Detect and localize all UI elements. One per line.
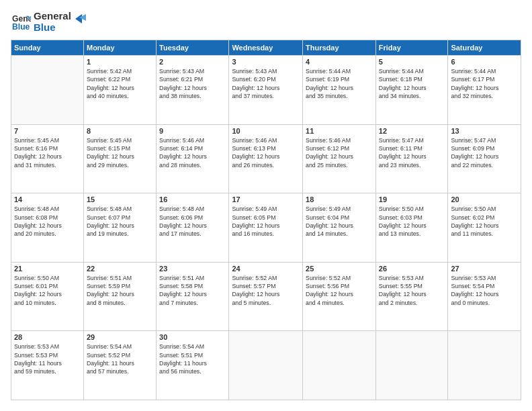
day-number: 11: [306, 127, 373, 135]
calendar-day-cell: 12Sunrise: 5:47 AM Sunset: 6:11 PM Dayli…: [375, 124, 448, 193]
day-number: 23: [159, 265, 226, 273]
weekday-header-sunday: Sunday: [11, 40, 84, 56]
calendar-day-cell: 1Sunrise: 5:42 AM Sunset: 6:22 PM Daylig…: [83, 56, 156, 125]
day-info: Sunrise: 5:44 AM Sunset: 6:17 PM Dayligh…: [451, 67, 518, 100]
svg-text:Blue: Blue: [12, 22, 30, 32]
day-info: Sunrise: 5:48 AM Sunset: 6:07 PM Dayligh…: [87, 205, 153, 238]
day-number: 17: [232, 195, 300, 203]
weekday-header-saturday: Saturday: [448, 40, 521, 56]
calendar-day-cell: 27Sunrise: 5:53 AM Sunset: 5:54 PM Dayli…: [448, 262, 521, 331]
calendar-day-cell: 29Sunrise: 5:54 AM Sunset: 5:52 PM Dayli…: [83, 331, 156, 400]
day-number: 6: [451, 58, 518, 66]
day-number: 19: [379, 195, 445, 203]
calendar-day-cell: 18Sunrise: 5:49 AM Sunset: 6:04 PM Dayli…: [303, 193, 376, 263]
calendar-day-cell: 28Sunrise: 5:53 AM Sunset: 5:53 PM Dayli…: [11, 331, 84, 400]
day-info: Sunrise: 5:50 AM Sunset: 6:03 PM Dayligh…: [379, 205, 445, 238]
day-info: Sunrise: 5:51 AM Sunset: 5:59 PM Dayligh…: [87, 274, 153, 307]
day-info: Sunrise: 5:53 AM Sunset: 5:55 PM Dayligh…: [379, 274, 445, 307]
calendar-day-cell: 22Sunrise: 5:51 AM Sunset: 5:59 PM Dayli…: [83, 262, 156, 331]
calendar-day-cell: 15Sunrise: 5:48 AM Sunset: 6:07 PM Dayli…: [83, 193, 156, 263]
calendar-day-cell: [303, 331, 376, 400]
day-number: 12: [379, 127, 445, 135]
calendar-table: SundayMondayTuesdayWednesdayThursdayFrid…: [11, 40, 521, 400]
day-number: 1: [87, 58, 153, 66]
weekday-header-friday: Friday: [375, 40, 448, 56]
day-number: 15: [87, 195, 153, 203]
day-number: 7: [14, 127, 81, 135]
day-number: 13: [451, 127, 518, 135]
day-number: 8: [87, 127, 153, 135]
day-number: 30: [159, 333, 226, 341]
calendar-day-cell: 4Sunrise: 5:44 AM Sunset: 6:19 PM Daylig…: [303, 56, 376, 125]
weekday-header-wednesday: Wednesday: [229, 40, 303, 56]
calendar-day-cell: [448, 331, 521, 400]
calendar-day-cell: 6Sunrise: 5:44 AM Sunset: 6:17 PM Daylig…: [448, 56, 521, 125]
day-info: Sunrise: 5:48 AM Sunset: 6:08 PM Dayligh…: [14, 205, 81, 238]
day-info: Sunrise: 5:44 AM Sunset: 6:18 PM Dayligh…: [379, 67, 445, 100]
day-number: 28: [14, 333, 81, 341]
calendar-day-cell: 17Sunrise: 5:49 AM Sunset: 6:05 PM Dayli…: [229, 193, 303, 263]
calendar-week-row: 1Sunrise: 5:42 AM Sunset: 6:22 PM Daylig…: [11, 56, 521, 125]
logo-arrow-icon: [73, 12, 86, 26]
day-info: Sunrise: 5:44 AM Sunset: 6:19 PM Dayligh…: [306, 67, 373, 100]
calendar-week-row: 14Sunrise: 5:48 AM Sunset: 6:08 PM Dayli…: [11, 193, 521, 263]
day-number: 10: [232, 127, 300, 135]
logo: General Blue General Blue: [11, 11, 86, 33]
day-number: 4: [306, 58, 373, 66]
calendar-day-cell: 20Sunrise: 5:50 AM Sunset: 6:02 PM Dayli…: [448, 193, 521, 263]
day-info: Sunrise: 5:53 AM Sunset: 5:54 PM Dayligh…: [451, 274, 518, 307]
day-info: Sunrise: 5:51 AM Sunset: 5:58 PM Dayligh…: [159, 274, 226, 307]
day-number: 27: [451, 265, 518, 273]
day-number: 18: [306, 195, 373, 203]
weekday-header-tuesday: Tuesday: [157, 40, 229, 56]
calendar-day-cell: 10Sunrise: 5:46 AM Sunset: 6:13 PM Dayli…: [229, 124, 303, 193]
day-info: Sunrise: 5:43 AM Sunset: 6:20 PM Dayligh…: [232, 67, 300, 100]
day-info: Sunrise: 5:46 AM Sunset: 6:14 PM Dayligh…: [159, 136, 226, 169]
day-number: 24: [232, 265, 300, 273]
svg-marker-4: [75, 14, 82, 24]
day-number: 26: [379, 265, 445, 273]
page: General Blue General Blue Sun: [0, 0, 532, 411]
calendar-day-cell: 21Sunrise: 5:50 AM Sunset: 6:01 PM Dayli…: [11, 262, 84, 331]
day-info: Sunrise: 5:43 AM Sunset: 6:21 PM Dayligh…: [159, 67, 226, 100]
weekday-header-thursday: Thursday: [303, 40, 376, 56]
day-number: 21: [14, 265, 81, 273]
calendar-day-cell: 7Sunrise: 5:45 AM Sunset: 6:16 PM Daylig…: [11, 124, 84, 193]
calendar-day-cell: 30Sunrise: 5:54 AM Sunset: 5:51 PM Dayli…: [157, 331, 229, 400]
day-number: 20: [451, 195, 518, 203]
calendar-week-row: 21Sunrise: 5:50 AM Sunset: 6:01 PM Dayli…: [11, 262, 521, 331]
header: General Blue General Blue: [11, 11, 521, 33]
calendar-day-cell: 3Sunrise: 5:43 AM Sunset: 6:20 PM Daylig…: [229, 56, 303, 125]
day-info: Sunrise: 5:45 AM Sunset: 6:15 PM Dayligh…: [87, 136, 153, 169]
calendar-day-cell: 9Sunrise: 5:46 AM Sunset: 6:14 PM Daylig…: [157, 124, 229, 193]
day-info: Sunrise: 5:52 AM Sunset: 5:56 PM Dayligh…: [306, 274, 373, 307]
calendar-week-row: 28Sunrise: 5:53 AM Sunset: 5:53 PM Dayli…: [11, 331, 521, 400]
day-number: 5: [379, 58, 445, 66]
calendar-day-cell: 8Sunrise: 5:45 AM Sunset: 6:15 PM Daylig…: [83, 124, 156, 193]
calendar-day-cell: 26Sunrise: 5:53 AM Sunset: 5:55 PM Dayli…: [375, 262, 448, 331]
logo-text-general: General: [34, 11, 71, 22]
day-info: Sunrise: 5:47 AM Sunset: 6:11 PM Dayligh…: [379, 136, 445, 169]
day-info: Sunrise: 5:45 AM Sunset: 6:16 PM Dayligh…: [14, 136, 81, 169]
day-number: 25: [306, 265, 373, 273]
calendar-day-cell: 5Sunrise: 5:44 AM Sunset: 6:18 PM Daylig…: [375, 56, 448, 125]
calendar-day-cell: [375, 331, 448, 400]
day-info: Sunrise: 5:49 AM Sunset: 6:05 PM Dayligh…: [232, 205, 300, 238]
calendar-day-cell: [229, 331, 303, 400]
day-info: Sunrise: 5:54 AM Sunset: 5:52 PM Dayligh…: [87, 342, 153, 375]
day-info: Sunrise: 5:53 AM Sunset: 5:53 PM Dayligh…: [14, 342, 81, 375]
day-info: Sunrise: 5:50 AM Sunset: 6:01 PM Dayligh…: [14, 274, 81, 307]
calendar-day-cell: 23Sunrise: 5:51 AM Sunset: 5:58 PM Dayli…: [157, 262, 229, 331]
day-number: 2: [159, 58, 226, 66]
calendar-day-cell: 16Sunrise: 5:48 AM Sunset: 6:06 PM Dayli…: [157, 193, 229, 263]
day-number: 29: [87, 333, 153, 341]
calendar-day-cell: [11, 56, 84, 125]
day-info: Sunrise: 5:52 AM Sunset: 5:57 PM Dayligh…: [232, 274, 300, 307]
day-number: 9: [159, 127, 226, 135]
day-number: 3: [232, 58, 300, 66]
weekday-header-row: SundayMondayTuesdayWednesdayThursdayFrid…: [11, 40, 521, 56]
calendar-day-cell: 25Sunrise: 5:52 AM Sunset: 5:56 PM Dayli…: [303, 262, 376, 331]
calendar-day-cell: 2Sunrise: 5:43 AM Sunset: 6:21 PM Daylig…: [157, 56, 229, 125]
day-info: Sunrise: 5:54 AM Sunset: 5:51 PM Dayligh…: [159, 342, 226, 375]
day-number: 14: [14, 195, 81, 203]
